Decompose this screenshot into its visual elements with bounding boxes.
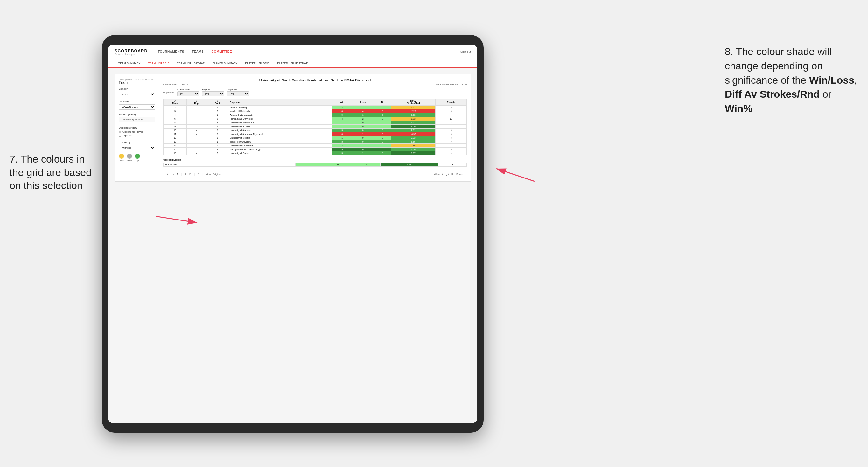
annotation-right: 8. The colour shade will change dependin… bbox=[725, 44, 859, 116]
grid-records: Overall Record: 89 - 17 - 0 Division Rec… bbox=[163, 83, 467, 86]
cell-reg: - bbox=[186, 121, 206, 125]
cell-tie: 0 bbox=[374, 148, 391, 151]
out-div-diff: 26.00 bbox=[380, 163, 438, 167]
nav-committee[interactable]: COMMITTEE bbox=[211, 49, 233, 55]
region-select[interactable]: (All) bbox=[202, 91, 224, 96]
radio-opponents-played[interactable]: Opponents Played bbox=[119, 130, 155, 133]
col-win: Win bbox=[333, 99, 352, 105]
bottom-toolbar: ↩ ↪ ↻ | ⊞ ⊟ | ⏱ | View: Original Watch ▾… bbox=[163, 170, 467, 178]
cell-tie: 0 bbox=[374, 117, 391, 121]
table-row: 15 - 4 Georgia Institute of Technology 5… bbox=[163, 148, 467, 151]
cell-rounds: 12 bbox=[436, 117, 467, 121]
cell-opponent: Texas Tech University bbox=[228, 140, 333, 144]
toolbar-copy[interactable]: ⊞ bbox=[185, 173, 187, 176]
division-select[interactable]: NCAA Division I bbox=[119, 104, 155, 110]
tablet-screen: SCOREBOARD Powered by clippd TOURNAMENTS… bbox=[108, 44, 477, 423]
cell-loss: 0 bbox=[352, 136, 374, 140]
cell-reg: - bbox=[186, 151, 206, 155]
cell-tie: 0 bbox=[374, 110, 391, 113]
out-div-rounds: 3 bbox=[438, 163, 467, 167]
toolbar-comment[interactable]: 💬 bbox=[446, 173, 449, 176]
col-rounds: Rounds bbox=[436, 99, 467, 105]
toolbar-share[interactable]: Share bbox=[456, 173, 463, 176]
cell-loss: 4 bbox=[352, 110, 374, 113]
legend-up: Up bbox=[135, 154, 140, 162]
logo-sub-text: Powered by clippd bbox=[115, 53, 148, 55]
cell-reg: - bbox=[186, 132, 206, 136]
col-reg: #Reg bbox=[186, 99, 206, 105]
gender-select[interactable]: Men's bbox=[119, 92, 155, 97]
toolbar-paste[interactable]: ⊟ bbox=[189, 173, 191, 176]
cell-diff: 1.67 bbox=[391, 105, 436, 110]
cell-tie: 0 bbox=[374, 132, 391, 136]
logo: SCOREBOARD Powered by clippd bbox=[115, 49, 148, 55]
cell-rank: 12 bbox=[163, 136, 187, 140]
nav-tournaments[interactable]: TOURNAMENTS bbox=[157, 49, 185, 55]
cell-opponent: University of Virginia bbox=[228, 136, 333, 140]
cell-reg: - bbox=[186, 125, 206, 128]
nav-teams[interactable]: TEAMS bbox=[191, 49, 205, 55]
colour-by-section: Colour by Win/loss Diff Av Strokes/Rnd W… bbox=[119, 141, 155, 151]
table-row: 9 - 1 University of Arizona 1 0 0 9.00 2 bbox=[163, 125, 467, 128]
legend-dot-up bbox=[135, 154, 140, 159]
cell-diff: 5.56 bbox=[391, 140, 436, 144]
cell-tie: 0 bbox=[374, 125, 391, 128]
conference-filter: Conference (All) bbox=[177, 88, 199, 96]
toolbar-undo[interactable]: ↩ bbox=[167, 173, 169, 176]
cell-opponent: University of Arkansas, Fayetteville bbox=[228, 132, 333, 136]
legend-down: Down bbox=[119, 154, 124, 162]
subnav-team-h2h-heatmap[interactable]: TEAM H2H HEATMAP bbox=[174, 59, 209, 68]
toolbar-clock: ⏱ bbox=[197, 173, 200, 176]
top-nav: SCOREBOARD Powered by clippd TOURNAMENTS… bbox=[108, 44, 477, 59]
cell-opponent: University of Arizona bbox=[228, 125, 333, 128]
cell-loss: 2 bbox=[352, 117, 374, 121]
main-panel: Last Updated: 27/03/2024 16:55:38 Team G… bbox=[115, 74, 471, 182]
logo-text: SCOREBOARD bbox=[115, 49, 148, 53]
division-record: Division Record: 88 - 17 - 0 bbox=[436, 83, 467, 86]
subnav-player-h2h-grid[interactable]: PLAYER H2H GRID bbox=[242, 59, 274, 68]
table-row: 13 - 1 Texas Tech University 3 0 0 5.56 … bbox=[163, 140, 467, 144]
cell-rank: 2 bbox=[163, 105, 187, 110]
out-div-loss: 0 bbox=[324, 163, 352, 167]
toolbar-sep1: | bbox=[181, 173, 182, 176]
radio-top100[interactable]: Top 100 bbox=[119, 134, 155, 137]
sidebar-team-header: Team bbox=[119, 81, 155, 84]
nav-links: TOURNAMENTS TEAMS COMMITTEE bbox=[157, 49, 449, 55]
conference-select[interactable]: (All) bbox=[177, 91, 199, 96]
toolbar-history[interactable]: ↻ bbox=[177, 173, 179, 176]
toolbar-sep3: | bbox=[203, 173, 203, 176]
cell-rounds: 9 bbox=[436, 151, 467, 155]
cell-rank: 10 bbox=[163, 128, 187, 132]
cell-win: 5 bbox=[333, 148, 352, 151]
cell-loss: 1 bbox=[352, 113, 374, 117]
cell-conf: 2 bbox=[206, 110, 228, 113]
col-diff: Diff AvStrokes/Rnd bbox=[391, 99, 436, 105]
subnav-player-h2h-heatmap[interactable]: PLAYER H2H HEATMAP bbox=[273, 59, 312, 68]
gender-label: Gender bbox=[119, 88, 155, 90]
toolbar-view[interactable]: View: Original bbox=[206, 173, 221, 176]
toolbar-watch[interactable]: Watch ▾ bbox=[434, 173, 443, 176]
col-tie: Tie bbox=[374, 99, 391, 105]
cell-conf: 5 bbox=[206, 128, 228, 132]
subnav-team-summary[interactable]: TEAM SUMMARY bbox=[115, 59, 145, 68]
sub-nav: TEAM SUMMARY TEAM H2H GRID TEAM H2H HEAT… bbox=[108, 59, 477, 68]
colour-by-select[interactable]: Win/loss Diff Av Strokes/Rnd Win% bbox=[119, 145, 155, 151]
opponent-view-label: Opponent View bbox=[119, 126, 155, 129]
subnav-team-h2h-grid[interactable]: TEAM H2H GRID bbox=[145, 59, 174, 68]
toolbar-grid[interactable]: ⊞ bbox=[452, 173, 454, 176]
sign-out-link[interactable]: | Sign out bbox=[459, 50, 471, 54]
cell-opponent: University of Alabama bbox=[228, 128, 333, 132]
col-opponent: Opponent bbox=[228, 99, 333, 105]
cell-reg: - bbox=[186, 113, 206, 117]
content-area: Last Updated: 27/03/2024 16:55:38 Team G… bbox=[108, 68, 477, 423]
subnav-player-summary[interactable]: PLAYER SUMMARY bbox=[209, 59, 241, 68]
table-row: 8 - 2 University of Washington 1 0 0 3.6… bbox=[163, 121, 467, 125]
tablet-device: SCOREBOARD Powered by clippd TOURNAMENTS… bbox=[102, 35, 484, 433]
toolbar-redo[interactable]: ↪ bbox=[172, 173, 174, 176]
out-div-win: 1 bbox=[296, 163, 324, 167]
legend-dot-level bbox=[127, 154, 132, 159]
out-div-tie: 0 bbox=[352, 163, 380, 167]
opponent-filter: Opponent (All) bbox=[227, 88, 249, 96]
radio-group: Opponents Played Top 100 bbox=[119, 130, 155, 137]
opponent-select[interactable]: (All) bbox=[227, 91, 249, 96]
